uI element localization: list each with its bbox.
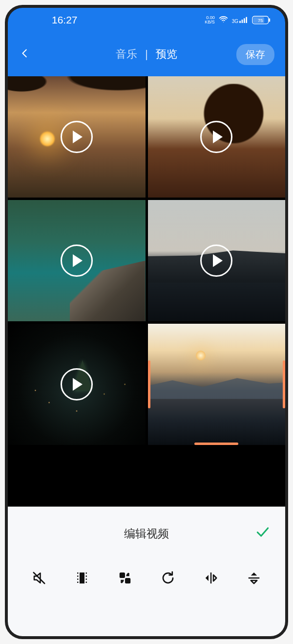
svg-rect-10 xyxy=(125,578,130,583)
play-icon[interactable] xyxy=(61,244,93,277)
status-time: 16:27 xyxy=(52,14,78,26)
empty-slot xyxy=(8,447,285,507)
data-rate: 0.00 KB/S xyxy=(205,16,215,24)
trim-tool[interactable] xyxy=(72,568,92,588)
svg-rect-8 xyxy=(80,573,84,584)
video-clip-5[interactable] xyxy=(8,324,146,445)
confirm-button[interactable] xyxy=(255,524,271,543)
svg-rect-2 xyxy=(244,18,245,23)
tab-music[interactable]: 音乐 xyxy=(116,47,137,62)
data-rate-unit: KB/S xyxy=(205,20,215,24)
play-icon[interactable] xyxy=(200,244,232,277)
panel-title: 编辑视频 xyxy=(124,526,169,541)
panel-title-row: 编辑视频 xyxy=(8,507,285,560)
rotate-tool[interactable] xyxy=(158,568,178,588)
mute-tool[interactable] xyxy=(29,568,49,588)
status-icons: 0.00 KB/S 3G 75 xyxy=(205,15,271,25)
play-icon[interactable] xyxy=(61,368,93,400)
selection-handle-left[interactable] xyxy=(148,360,150,408)
video-grid xyxy=(8,76,285,507)
signal-icon xyxy=(239,16,248,24)
selection-handle-right[interactable] xyxy=(283,360,285,408)
tab-preview[interactable]: 预览 xyxy=(156,47,177,62)
svg-rect-3 xyxy=(246,17,247,23)
video-clip-6[interactable] xyxy=(148,324,286,445)
tab-bar: 音乐 | 预览 xyxy=(116,47,177,62)
back-button[interactable] xyxy=(20,46,30,63)
video-clip-2[interactable] xyxy=(148,76,286,198)
flip-vertical-tool[interactable] xyxy=(244,568,264,588)
app-bar: 音乐 | 预览 保存 xyxy=(8,32,285,76)
wifi-icon xyxy=(219,15,228,25)
status-bar: 16:27 0.00 KB/S 3G 75 xyxy=(8,8,285,32)
svg-rect-6 xyxy=(269,19,271,22)
bottom-panel: 编辑视频 xyxy=(8,507,285,636)
swap-tool[interactable] xyxy=(115,568,135,588)
video-clip-4[interactable] xyxy=(148,200,286,321)
video-clip-3[interactable] xyxy=(8,200,146,321)
video-clip-1[interactable] xyxy=(8,76,146,198)
svg-rect-9 xyxy=(120,573,125,578)
phone-frame: 16:27 0.00 KB/S 3G 75 音乐 xyxy=(5,5,288,639)
tool-bar xyxy=(8,560,285,596)
play-icon[interactable] xyxy=(61,121,93,153)
tab-divider: | xyxy=(145,48,148,61)
play-icon[interactable] xyxy=(200,121,232,153)
svg-text:75: 75 xyxy=(258,18,263,23)
save-button[interactable]: 保存 xyxy=(236,44,274,65)
svg-rect-0 xyxy=(239,21,241,23)
battery-icon: 75 xyxy=(252,16,271,24)
network-type: 3G xyxy=(232,19,238,24)
svg-rect-1 xyxy=(242,20,243,23)
flip-horizontal-tool[interactable] xyxy=(201,568,221,588)
